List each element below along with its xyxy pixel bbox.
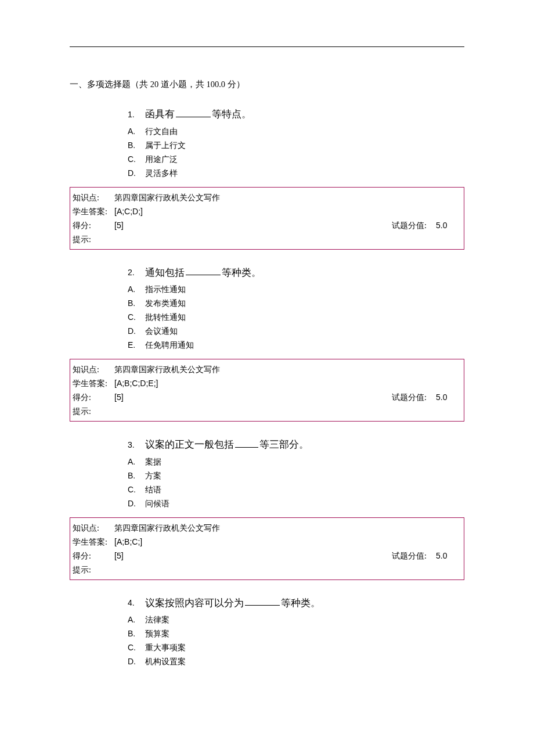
- question-text: 函具有等特点。: [145, 107, 251, 121]
- option-letter: C.: [128, 154, 145, 164]
- full-score-value: 5.0: [436, 221, 459, 230]
- options-list: A.案据B.方案C.结语D.问候语: [128, 457, 464, 509]
- option-item: C.结语: [128, 485, 464, 495]
- answer-box: 知识点:第四章国家行政机关公文写作学生答案:[A;C;D;]得分:[5]试题分值…: [70, 187, 464, 250]
- score-row: 得分:[5]试题分值:5.0: [70, 391, 464, 405]
- fill-blank: [176, 107, 211, 117]
- option-item: B.方案: [128, 471, 464, 481]
- full-score-value: 5.0: [436, 551, 459, 560]
- hint-label: 提示:: [73, 406, 114, 417]
- section-header: 一、多项选择题（共 20 道小题，共 100.0 分）: [70, 79, 464, 90]
- option-letter: D.: [128, 326, 145, 336]
- knowledge-label: 知识点:: [73, 193, 114, 203]
- option-item: C.批转性通知: [128, 312, 464, 323]
- option-item: B.发布类通知: [128, 298, 464, 309]
- option-text: 预算案: [145, 629, 169, 639]
- option-text: 会议通知: [145, 326, 178, 337]
- option-text: 结语: [145, 485, 161, 495]
- option-text: 行文自由: [145, 127, 178, 137]
- option-item: D.灵活多样: [128, 168, 464, 179]
- hint-label: 提示:: [73, 235, 114, 245]
- option-letter: B.: [128, 629, 145, 638]
- option-letter: E.: [128, 340, 145, 350]
- option-letter: D.: [128, 657, 145, 666]
- score-label: 得分:: [73, 551, 114, 561]
- full-score-label: 试题分值:: [392, 551, 436, 561]
- score-row: 得分:[5]试题分值:5.0: [70, 549, 464, 563]
- answer-box: 知识点:第四章国家行政机关公文写作学生答案:[A;B;C;]得分:[5]试题分值…: [70, 517, 464, 580]
- question-number: 1.: [128, 110, 145, 119]
- question-block: 1.函具有等特点。A.行文自由B.属于上行文C.用途广泛D.灵活多样: [128, 107, 464, 179]
- question-block: 3.议案的正文一般包括等三部分。A.案据B.方案C.结语D.问候语: [128, 438, 464, 509]
- full-score-label: 试题分值:: [392, 221, 436, 231]
- option-item: A.指示性通知: [128, 285, 464, 295]
- option-text: 法律案: [145, 615, 169, 625]
- option-item: B.属于上行文: [128, 141, 464, 151]
- knowledge-value: 第四章国家行政机关公文写作: [114, 193, 459, 203]
- stem-pre: 通知包括: [145, 267, 185, 278]
- knowledge-value: 第四章国家行政机关公文写作: [114, 365, 459, 375]
- student-answer-value: [A;B;C;D;E;]: [114, 379, 459, 388]
- option-letter: B.: [128, 141, 145, 150]
- option-letter: A.: [128, 127, 145, 136]
- options-list: A.行文自由B.属于上行文C.用途广泛D.灵活多样: [128, 127, 464, 179]
- question-number: 2.: [128, 268, 145, 277]
- knowledge-row: 知识点:第四章国家行政机关公文写作: [70, 363, 464, 377]
- option-letter: D.: [128, 168, 145, 178]
- hint-label: 提示:: [73, 565, 114, 575]
- question-stem: 3.议案的正文一般包括等三部分。: [128, 438, 464, 451]
- knowledge-row: 知识点:第四章国家行政机关公文写作: [70, 521, 464, 535]
- fill-blank: [235, 438, 258, 448]
- question-block: 2.通知包括等种类。A.指示性通知B.发布类通知C.批转性通知D.会议通知E.任…: [128, 266, 464, 351]
- full-score-value: 5.0: [436, 393, 459, 402]
- knowledge-row: 知识点:第四章国家行政机关公文写作: [70, 191, 464, 205]
- student-answer-row: 学生答案:[A;C;D;]: [70, 205, 464, 219]
- option-letter: C.: [128, 485, 145, 494]
- question-text: 议案按照内容可以分为等种类。: [145, 596, 320, 610]
- option-letter: B.: [128, 298, 145, 308]
- score-label: 得分:: [73, 221, 114, 231]
- option-letter: A.: [128, 457, 145, 466]
- option-letter: C.: [128, 643, 145, 652]
- top-divider: [70, 46, 464, 47]
- option-item: D.问候语: [128, 499, 464, 509]
- option-item: B.预算案: [128, 629, 464, 639]
- question-stem: 2.通知包括等种类。: [128, 266, 464, 279]
- fill-blank: [186, 266, 221, 276]
- fill-blank: [245, 596, 280, 606]
- option-text: 问候语: [145, 499, 169, 509]
- option-letter: A.: [128, 285, 145, 294]
- score-value: [5]: [114, 393, 124, 402]
- option-item: C.用途广泛: [128, 154, 464, 165]
- option-letter: C.: [128, 312, 145, 322]
- student-answer-row: 学生答案:[A;B;C;]: [70, 535, 464, 549]
- questions-container: 1.函具有等特点。A.行文自由B.属于上行文C.用途广泛D.灵活多样知识点:第四…: [70, 107, 464, 667]
- hint-row: 提示:: [70, 563, 464, 577]
- option-text: 批转性通知: [145, 312, 186, 323]
- option-item: A.法律案: [128, 615, 464, 625]
- option-text: 指示性通知: [145, 285, 186, 295]
- stem-pre: 议案按照内容可以分为: [145, 597, 244, 608]
- option-text: 机构设置案: [145, 657, 186, 667]
- student-answer-label: 学生答案:: [73, 537, 114, 548]
- score-row: 得分:[5]试题分值:5.0: [70, 219, 464, 233]
- option-text: 发布类通知: [145, 298, 186, 309]
- option-item: C.重大事项案: [128, 643, 464, 653]
- score-value: [5]: [114, 551, 124, 560]
- option-item: D.会议通知: [128, 326, 464, 337]
- option-text: 任免聘用通知: [145, 340, 194, 351]
- student-answer-label: 学生答案:: [73, 207, 114, 217]
- hint-row: 提示:: [70, 233, 464, 247]
- question-number: 3.: [128, 440, 145, 449]
- option-item: A.案据: [128, 457, 464, 467]
- stem-post: 等种类。: [281, 597, 320, 608]
- stem-post: 等种类。: [222, 267, 261, 278]
- stem-post: 等特点。: [212, 109, 251, 120]
- question-text: 议案的正文一般包括等三部分。: [145, 438, 309, 451]
- question-stem: 4.议案按照内容可以分为等种类。: [128, 596, 464, 610]
- stem-post: 等三部分。: [259, 439, 309, 450]
- knowledge-label: 知识点:: [73, 365, 114, 375]
- options-list: A.法律案B.预算案C.重大事项案D.机构设置案: [128, 615, 464, 667]
- option-letter: B.: [128, 471, 145, 480]
- student-answer-row: 学生答案:[A;B;C;D;E;]: [70, 377, 464, 391]
